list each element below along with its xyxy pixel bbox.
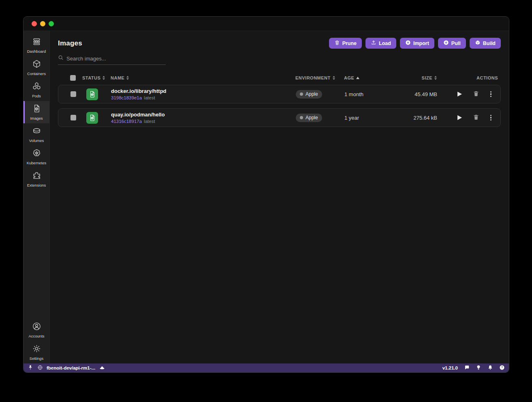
delete-image-button[interactable]	[472, 90, 480, 99]
cube-icon	[475, 40, 481, 47]
play-icon	[457, 115, 462, 120]
column-header-age[interactable]: AGE	[344, 75, 389, 80]
sidebar-item-label: Containers	[27, 71, 46, 76]
row-checkbox[interactable]	[71, 115, 76, 120]
sidebar-item-containers[interactable]: Containers	[24, 56, 49, 79]
table-row[interactable]: docker.io/library/httpd 3198c1839e1a lat…	[58, 85, 501, 103]
sidebar-item-label: Accounts	[28, 334, 44, 338]
maximize-window-button[interactable]	[49, 21, 54, 26]
column-header-status[interactable]: STATUS	[82, 75, 105, 80]
minimize-window-button[interactable]	[40, 21, 45, 26]
sort-icon	[333, 76, 335, 80]
sidebar-item-label: Pods	[32, 94, 41, 98]
column-header-name[interactable]: NAME	[111, 75, 295, 80]
titlebar	[24, 17, 509, 31]
images-icon	[32, 104, 41, 115]
row-actions	[437, 90, 500, 99]
extensions-icon	[32, 171, 41, 182]
environment-badge: Apple	[296, 114, 322, 122]
pin-icon	[28, 365, 33, 371]
trash-icon	[473, 90, 479, 98]
row-menu-button[interactable]	[489, 90, 492, 98]
podman-hat-icon	[99, 365, 105, 371]
search-icon	[58, 55, 64, 62]
pull-button[interactable]: Pull	[438, 38, 466, 49]
trash-icon	[473, 114, 479, 122]
import-button[interactable]: Import	[400, 38, 434, 49]
image-size: 45.49 MB	[389, 91, 437, 97]
arrow-down-circle-icon	[443, 40, 449, 47]
svg-text:?: ?	[501, 365, 503, 369]
sidebar-item-settings[interactable]: Settings	[24, 341, 49, 363]
feedback-button[interactable]	[464, 365, 470, 371]
accounts-icon	[32, 322, 41, 333]
app-window: Dashboard Containers Pods Images Volumes…	[23, 16, 509, 373]
image-status-icon	[86, 112, 98, 124]
column-header-environment[interactable]: ENVIRONMENT	[295, 75, 344, 80]
image-name: docker.io/library/httpd	[111, 88, 296, 94]
row-checkbox[interactable]	[71, 91, 76, 97]
close-window-button[interactable]	[32, 21, 37, 26]
sidebar-item-kubernetes[interactable]: Kubernetes	[24, 146, 49, 168]
run-image-button[interactable]	[457, 114, 463, 121]
sidebar-item-pods[interactable]: Pods	[24, 79, 49, 101]
row-menu-button[interactable]	[489, 114, 492, 122]
toolbar: Prune Load Import Pull	[329, 38, 501, 49]
settings-icon	[32, 344, 41, 355]
sidebar-item-accounts[interactable]: Accounts	[24, 319, 49, 341]
table-row[interactable]: quay.io/podman/hello 41316c18917a latest…	[58, 108, 501, 127]
traffic-lights	[32, 21, 54, 26]
sidebar: Dashboard Containers Pods Images Volumes…	[24, 31, 50, 363]
column-header-actions: ACTIONS	[437, 75, 501, 80]
delete-image-button[interactable]	[472, 113, 480, 123]
page-title: Images	[58, 39, 82, 47]
image-name: quay.io/podman/hello	[111, 112, 296, 118]
image-status-icon	[86, 88, 98, 100]
environment-badge: Apple	[296, 90, 322, 99]
build-button[interactable]: Build	[470, 38, 501, 49]
environment-dot-icon	[300, 92, 303, 96]
upload-icon	[371, 40, 376, 47]
image-tag: latest	[144, 95, 155, 100]
sidebar-item-images[interactable]: Images	[24, 101, 49, 123]
image-list: docker.io/library/httpd 3198c1839e1a lat…	[58, 85, 501, 127]
trash-icon	[334, 40, 340, 47]
image-age: 1 month	[344, 91, 389, 97]
search-input[interactable]	[66, 56, 166, 62]
prune-button[interactable]: Prune	[329, 38, 362, 49]
containers-icon	[32, 59, 41, 70]
volumes-icon	[32, 126, 41, 137]
sidebar-item-volumes[interactable]: Volumes	[24, 123, 49, 146]
sidebar-item-dashboard[interactable]: Dashboard	[24, 34, 49, 56]
tips-button[interactable]	[476, 365, 481, 371]
provider-logo-icon	[37, 365, 43, 371]
kebab-menu-icon	[490, 115, 491, 121]
notifications-button[interactable]	[487, 365, 493, 371]
help-button[interactable]: ?	[499, 365, 505, 371]
load-button[interactable]: Load	[365, 38, 396, 49]
image-size: 275.64 kB	[389, 115, 437, 121]
chat-icon	[464, 365, 470, 371]
sidebar-item-extensions[interactable]: Extensions	[24, 168, 49, 190]
column-header-size[interactable]: SIZE	[389, 75, 437, 80]
machine-name: fbenoit-dev/api-rm1-...	[47, 365, 95, 370]
bell-icon	[487, 365, 493, 371]
sidebar-item-label: Extensions	[27, 183, 46, 187]
machine-connection[interactable]: fbenoit-dev/api-rm1-...	[37, 365, 95, 371]
run-image-button[interactable]	[457, 91, 463, 97]
sidebar-item-label: Dashboard	[27, 49, 46, 54]
environment-dot-icon	[300, 116, 303, 119]
question-icon: ?	[499, 365, 505, 371]
select-all-checkbox[interactable]	[70, 75, 76, 81]
search-bar	[58, 55, 166, 65]
play-icon	[457, 92, 462, 97]
sort-ascending-icon	[356, 77, 359, 79]
pin-button[interactable]	[28, 365, 33, 371]
image-tag: latest	[144, 119, 155, 124]
sort-icon	[103, 76, 105, 80]
kebab-menu-icon	[490, 91, 491, 97]
sidebar-item-label: Kubernetes	[27, 161, 47, 165]
image-age: 1 year	[344, 115, 389, 121]
arrow-down-circle-icon	[405, 40, 411, 47]
main-content: Images Prune Load Import	[50, 31, 509, 363]
